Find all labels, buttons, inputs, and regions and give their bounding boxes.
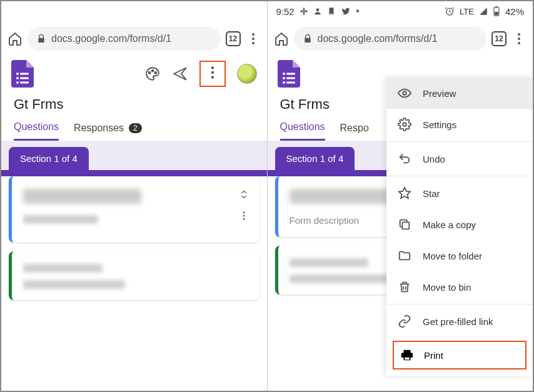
svg-point-1 <box>252 38 254 40</box>
print-icon <box>400 348 414 362</box>
tab-questions[interactable]: Questions <box>280 121 325 141</box>
svg-point-28 <box>518 38 520 40</box>
form-tabs: Questions Responses2 <box>1 113 267 141</box>
network-label: LTE <box>460 7 474 16</box>
svg-point-37 <box>403 123 406 126</box>
svg-point-17 <box>243 218 244 220</box>
gear-icon <box>398 118 411 131</box>
svg-point-14 <box>211 76 213 78</box>
svg-rect-25 <box>495 6 497 8</box>
trash-icon <box>398 280 411 294</box>
right-screenshot: 9:52 • LTE 42% docs.google.com/forms/d/1 <box>268 1 533 391</box>
svg-point-29 <box>518 42 520 44</box>
svg-point-3 <box>16 73 19 75</box>
menu-prefilled-link[interactable]: Get pre-filled link <box>386 306 533 337</box>
svg-point-16 <box>243 215 244 217</box>
home-icon[interactable] <box>274 31 289 46</box>
menu-settings[interactable]: Settings <box>386 109 533 140</box>
responses-badge: 2 <box>129 123 142 133</box>
person-icon <box>313 7 322 16</box>
menu-preview[interactable]: Preview <box>386 78 533 109</box>
svg-rect-33 <box>286 78 295 79</box>
undo-icon <box>398 152 411 166</box>
menu-print[interactable]: Print <box>393 341 526 369</box>
svg-point-11 <box>154 72 156 74</box>
forms-more-icon[interactable] <box>204 64 221 81</box>
browser-more-icon[interactable] <box>511 31 526 46</box>
tab-responses[interactable]: Responses2 <box>74 123 142 140</box>
forms-toolbar <box>1 56 267 91</box>
menu-copy[interactable]: Make a copy <box>386 209 533 240</box>
title-card[interactable] <box>9 176 259 243</box>
tab-questions[interactable]: Questions <box>14 121 59 141</box>
blurred-text <box>290 258 369 267</box>
tab-responses[interactable]: Respo <box>340 123 369 140</box>
tab-count[interactable]: 12 <box>491 31 506 46</box>
star-icon <box>398 186 411 200</box>
blurred-title <box>23 189 141 204</box>
svg-rect-8 <box>20 82 29 84</box>
blurred-text <box>290 274 391 283</box>
battery-icon <box>493 6 500 16</box>
slack-icon <box>300 7 308 16</box>
svg-rect-6 <box>20 78 29 79</box>
svg-point-9 <box>148 72 150 74</box>
forms-logo-icon <box>11 60 34 88</box>
palette-icon[interactable] <box>144 66 161 82</box>
svg-point-0 <box>252 33 254 36</box>
svg-point-30 <box>283 73 285 75</box>
signal-icon <box>479 7 488 16</box>
url-bar[interactable]: docs.google.com/forms/d/1 <box>294 27 487 51</box>
svg-rect-31 <box>286 73 295 75</box>
avatar[interactable] <box>237 64 257 84</box>
link-icon <box>398 314 411 328</box>
svg-point-15 <box>243 211 244 213</box>
svg-rect-39 <box>402 222 409 229</box>
url-text: docs.google.com/forms/d/1 <box>51 33 171 44</box>
status-bar: 9:52 • LTE 42% <box>268 1 533 21</box>
browser-more-icon[interactable] <box>246 31 261 46</box>
lock-icon <box>36 34 46 44</box>
overflow-menu: Preview Settings Undo Star Make a copy <box>386 78 533 376</box>
send-icon[interactable] <box>172 66 188 82</box>
svg-point-36 <box>403 91 406 95</box>
svg-point-34 <box>283 81 285 84</box>
card-more-icon[interactable] <box>238 210 249 221</box>
browser-address-bar: docs.google.com/forms/d/1 12 <box>268 21 533 56</box>
svg-rect-18 <box>303 8 305 11</box>
svg-point-27 <box>518 33 520 36</box>
status-time: 9:52 <box>276 6 295 17</box>
svg-point-5 <box>16 77 19 79</box>
home-icon[interactable] <box>8 31 23 46</box>
section-indicator: Section 1 of 4 <box>9 147 89 170</box>
blurred-text <box>23 280 125 289</box>
question-card[interactable] <box>9 251 259 300</box>
battery-level: 42% <box>505 6 524 17</box>
menu-move-folder[interactable]: Move to folder <box>386 240 533 271</box>
menu-undo[interactable]: Undo <box>386 143 533 174</box>
twitter-icon <box>341 7 351 16</box>
svg-rect-35 <box>286 82 295 84</box>
menu-star[interactable]: Star <box>386 178 533 209</box>
collapse-icon[interactable] <box>238 189 249 200</box>
form-title: Gt Frms <box>1 91 267 113</box>
section-indicator: Section 1 of 4 <box>275 147 355 170</box>
svg-point-13 <box>211 71 213 74</box>
left-screenshot: docs.google.com/forms/d/1 12 Gt Frms Que… <box>1 1 268 391</box>
tab-count[interactable]: 12 <box>226 31 241 46</box>
url-text: docs.google.com/forms/d/1 <box>318 33 438 44</box>
svg-point-2 <box>252 42 254 44</box>
menu-move-bin[interactable]: Move to bin <box>386 271 533 303</box>
browser-address-bar: docs.google.com/forms/d/1 12 <box>1 21 267 56</box>
svg-point-22 <box>316 8 319 11</box>
alarm-icon <box>445 6 455 16</box>
more-button-highlight <box>199 61 226 87</box>
bookmark-icon <box>327 7 336 16</box>
svg-rect-26 <box>495 12 498 15</box>
folder-icon <box>398 249 411 263</box>
svg-point-7 <box>16 81 19 84</box>
url-bar[interactable]: docs.google.com/forms/d/1 <box>28 27 221 51</box>
svg-rect-4 <box>20 73 29 75</box>
lock-icon <box>303 34 313 44</box>
eye-icon <box>398 86 411 100</box>
